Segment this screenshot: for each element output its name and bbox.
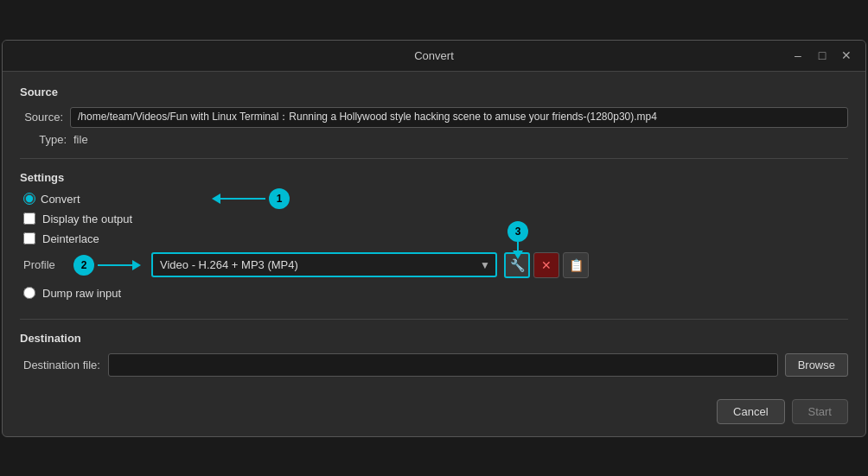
maximize-button[interactable]: □ [814,47,831,64]
dump-raw-label: Dump raw input [42,287,121,300]
dialog-footer: Cancel Start [3,390,865,436]
type-value: file [73,133,88,146]
dest-file-input[interactable] [108,353,778,377]
annotation-1-container: 1 [214,198,265,200]
profile-row: Profile 2 Video - H.264 + MP3 (MP4) Vide… [23,252,848,278]
window-controls: – □ ✕ [789,47,855,64]
annotation-3-line [517,242,519,251]
annotation-2-arrowhead [132,260,141,270]
convert-option-row: Convert 1 [23,193,848,206]
annotation-bubble-1: 1 [269,188,290,209]
annotation-2-container: 2 [73,255,141,276]
profile-select-wrapper: Video - H.264 + MP3 (MP4) Video - H.265 … [151,252,497,277]
annotation-bubble-2: 2 [73,255,94,276]
type-label-key: Type: [23,133,67,146]
destination-section: Destination Destination file: Browse [20,332,848,377]
profile-delete-button[interactable]: ✕ [533,252,559,278]
deinterlace-label: Deinterlace [42,232,99,245]
settings-section: Settings Convert 1 Display the output [20,171,848,320]
destination-title: Destination [20,332,848,345]
destination-row: Destination file: Browse [23,353,848,377]
profile-actions: 3 🔧 ✕ 📋 [504,252,589,278]
start-button[interactable]: Start [792,399,848,424]
annotation-3-container: 3 [507,221,528,259]
source-section: Source Source: Type: file [20,86,848,159]
titlebar: Convert – □ ✕ [3,41,865,72]
minimize-button[interactable]: – [789,47,807,64]
dialog-content: Source Source: Type: file Settings Conve… [3,72,865,390]
source-title: Source [20,86,848,98]
source-path-input[interactable] [70,107,848,128]
close-button[interactable]: ✕ [838,47,855,64]
deinterlace-checkbox[interactable] [23,232,35,244]
display-output-label: Display the output [42,213,132,225]
dump-raw-row: Dump raw input [23,287,848,300]
annotation-1-line [214,198,265,200]
display-output-checkbox[interactable] [23,213,35,225]
window-title: Convert [414,49,454,62]
convert-radio[interactable] [23,193,35,205]
source-row: Source: [20,107,848,128]
dump-raw-radio[interactable] [23,287,35,299]
browse-button[interactable]: Browse [785,353,848,377]
convert-label: Convert [41,193,80,206]
annotation-bubble-3: 3 [507,221,528,242]
cancel-button[interactable]: Cancel [717,399,784,424]
annotation-2-line [98,264,132,266]
dest-file-label: Destination file: [23,359,101,371]
type-row: Type: file [23,133,848,146]
settings-title: Settings [20,171,848,184]
profile-label: Profile [23,258,67,271]
convert-dialog: Convert – □ ✕ Source Source: Type: file … [2,40,866,437]
profile-copy-button[interactable]: 📋 [563,252,589,278]
source-label: Source: [20,111,63,124]
profile-select[interactable]: Video - H.264 + MP3 (MP4) Video - H.265 … [151,252,497,277]
annotation-1-arrowhead [212,194,220,204]
deinterlace-row: Deinterlace [23,232,848,245]
annotation-3-arrowhead [513,251,523,259]
display-output-row: Display the output [23,213,848,225]
